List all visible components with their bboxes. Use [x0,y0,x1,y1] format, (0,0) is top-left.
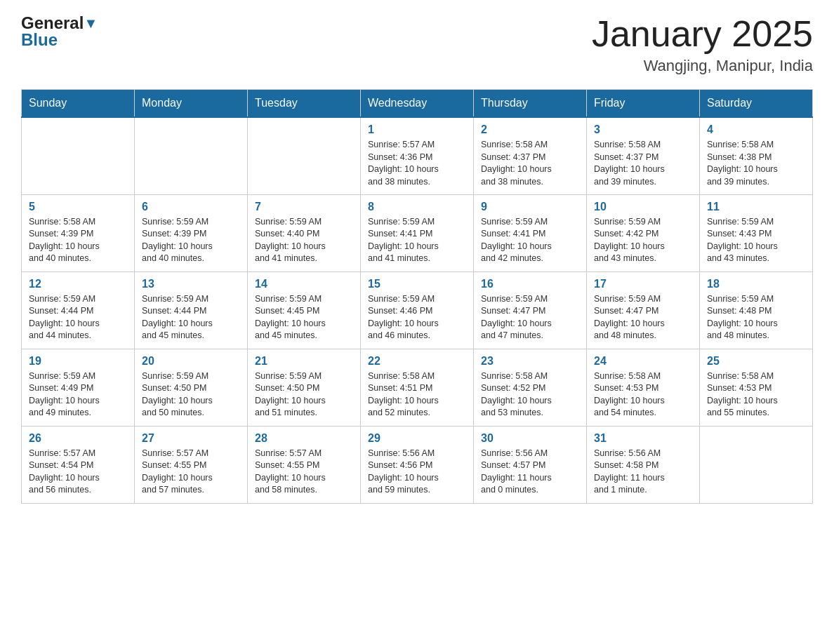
day-number: 13 [142,278,240,290]
calendar-cell: 1Sunrise: 5:57 AM Sunset: 4:36 PM Daylig… [361,117,474,194]
day-number: 14 [255,278,353,290]
day-number: 4 [707,123,805,136]
header-row: SundayMondayTuesdayWednesdayThursdayFrid… [22,90,813,118]
header-day: Tuesday [248,90,361,118]
calendar-cell: 4Sunrise: 5:58 AM Sunset: 4:38 PM Daylig… [700,117,813,194]
day-info: Sunrise: 5:59 AM Sunset: 4:43 PM Dayligh… [707,216,805,265]
calendar-week-row: 12Sunrise: 5:59 AM Sunset: 4:44 PM Dayli… [22,271,813,349]
day-info: Sunrise: 5:58 AM Sunset: 4:53 PM Dayligh… [594,370,692,420]
calendar-cell: 16Sunrise: 5:59 AM Sunset: 4:47 PM Dayli… [474,271,587,349]
header-day: Monday [135,90,248,118]
day-info: Sunrise: 5:58 AM Sunset: 4:51 PM Dayligh… [368,370,466,420]
calendar-week-row: 19Sunrise: 5:59 AM Sunset: 4:49 PM Dayli… [22,349,813,426]
calendar-cell: 18Sunrise: 5:59 AM Sunset: 4:48 PM Dayli… [700,271,813,349]
calendar-body: 1Sunrise: 5:57 AM Sunset: 4:36 PM Daylig… [22,117,813,503]
calendar-cell: 21Sunrise: 5:59 AM Sunset: 4:50 PM Dayli… [248,349,361,426]
calendar-cell: 30Sunrise: 5:56 AM Sunset: 4:57 PM Dayli… [474,426,587,503]
day-number: 17 [594,278,692,290]
day-info: Sunrise: 5:59 AM Sunset: 4:49 PM Dayligh… [29,370,127,420]
calendar-cell [22,117,135,194]
page-header: General▼ Blue January 2025 Wangjing, Man… [21,14,813,75]
day-number: 25 [707,355,805,368]
header-day: Saturday [700,90,813,118]
day-number: 20 [142,355,240,368]
day-info: Sunrise: 5:57 AM Sunset: 4:55 PM Dayligh… [255,448,353,497]
day-number: 6 [142,201,240,213]
day-info: Sunrise: 5:57 AM Sunset: 4:54 PM Dayligh… [29,448,127,497]
logo: General▼ Blue [21,14,98,50]
day-number: 16 [481,278,579,290]
header-day: Wednesday [361,90,474,118]
day-info: Sunrise: 5:58 AM Sunset: 4:37 PM Dayligh… [594,139,692,188]
logo-blue: Blue [21,31,98,49]
day-info: Sunrise: 5:59 AM Sunset: 4:42 PM Dayligh… [594,216,692,265]
calendar-cell: 19Sunrise: 5:59 AM Sunset: 4:49 PM Dayli… [22,349,135,426]
day-info: Sunrise: 5:59 AM Sunset: 4:50 PM Dayligh… [142,370,240,420]
day-number: 19 [29,355,127,368]
day-info: Sunrise: 5:59 AM Sunset: 4:48 PM Dayligh… [707,293,805,342]
day-number: 1 [368,123,466,136]
day-number: 8 [368,201,466,213]
day-number: 27 [142,432,240,445]
calendar-title: January 2025 [592,14,813,54]
calendar-cell: 24Sunrise: 5:58 AM Sunset: 4:53 PM Dayli… [587,349,700,426]
day-info: Sunrise: 5:57 AM Sunset: 4:36 PM Dayligh… [368,139,466,188]
calendar-cell: 12Sunrise: 5:59 AM Sunset: 4:44 PM Dayli… [22,271,135,349]
day-info: Sunrise: 5:59 AM Sunset: 4:47 PM Dayligh… [481,293,579,342]
day-info: Sunrise: 5:59 AM Sunset: 4:40 PM Dayligh… [255,216,353,265]
day-info: Sunrise: 5:59 AM Sunset: 4:50 PM Dayligh… [255,370,353,420]
day-number: 22 [368,355,466,368]
day-info: Sunrise: 5:59 AM Sunset: 4:46 PM Dayligh… [368,293,466,342]
day-number: 21 [255,355,353,368]
calendar-cell: 28Sunrise: 5:57 AM Sunset: 4:55 PM Dayli… [248,426,361,503]
day-number: 10 [594,201,692,213]
calendar-cell: 10Sunrise: 5:59 AM Sunset: 4:42 PM Dayli… [587,194,700,271]
day-number: 31 [594,432,692,445]
day-number: 26 [29,432,127,445]
day-number: 15 [368,278,466,290]
calendar-cell: 2Sunrise: 5:58 AM Sunset: 4:37 PM Daylig… [474,117,587,194]
day-number: 12 [29,278,127,290]
calendar-cell [248,117,361,194]
day-info: Sunrise: 5:59 AM Sunset: 4:41 PM Dayligh… [481,216,579,265]
calendar-cell: 15Sunrise: 5:59 AM Sunset: 4:46 PM Dayli… [361,271,474,349]
calendar-cell: 17Sunrise: 5:59 AM Sunset: 4:47 PM Dayli… [587,271,700,349]
calendar-cell: 5Sunrise: 5:58 AM Sunset: 4:39 PM Daylig… [22,194,135,271]
calendar-cell: 14Sunrise: 5:59 AM Sunset: 4:45 PM Dayli… [248,271,361,349]
calendar-week-row: 5Sunrise: 5:58 AM Sunset: 4:39 PM Daylig… [22,194,813,271]
calendar-cell: 20Sunrise: 5:59 AM Sunset: 4:50 PM Dayli… [135,349,248,426]
calendar-cell [135,117,248,194]
day-number: 7 [255,201,353,213]
day-info: Sunrise: 5:59 AM Sunset: 4:47 PM Dayligh… [594,293,692,342]
day-info: Sunrise: 5:59 AM Sunset: 4:44 PM Dayligh… [29,293,127,342]
day-info: Sunrise: 5:57 AM Sunset: 4:55 PM Dayligh… [142,448,240,497]
calendar-cell: 31Sunrise: 5:56 AM Sunset: 4:58 PM Dayli… [587,426,700,503]
calendar-cell: 22Sunrise: 5:58 AM Sunset: 4:51 PM Dayli… [361,349,474,426]
calendar-cell [700,426,813,503]
header-day: Sunday [22,90,135,118]
logo-arrow-icon: ▼ [84,15,98,31]
calendar-cell: 9Sunrise: 5:59 AM Sunset: 4:41 PM Daylig… [474,194,587,271]
day-number: 11 [707,201,805,213]
day-info: Sunrise: 5:59 AM Sunset: 4:39 PM Dayligh… [142,216,240,265]
day-number: 2 [481,123,579,136]
day-number: 24 [594,355,692,368]
day-info: Sunrise: 5:59 AM Sunset: 4:45 PM Dayligh… [255,293,353,342]
day-info: Sunrise: 5:56 AM Sunset: 4:58 PM Dayligh… [594,448,692,497]
calendar-subtitle: Wangjing, Manipur, India [592,57,813,75]
day-number: 9 [481,201,579,213]
calendar-cell: 25Sunrise: 5:58 AM Sunset: 4:53 PM Dayli… [700,349,813,426]
day-info: Sunrise: 5:58 AM Sunset: 4:52 PM Dayligh… [481,370,579,420]
day-number: 3 [594,123,692,136]
day-info: Sunrise: 5:59 AM Sunset: 4:41 PM Dayligh… [368,216,466,265]
calendar-cell: 13Sunrise: 5:59 AM Sunset: 4:44 PM Dayli… [135,271,248,349]
calendar-cell: 11Sunrise: 5:59 AM Sunset: 4:43 PM Dayli… [700,194,813,271]
day-info: Sunrise: 5:56 AM Sunset: 4:57 PM Dayligh… [481,448,579,497]
day-number: 23 [481,355,579,368]
day-info: Sunrise: 5:58 AM Sunset: 4:53 PM Dayligh… [707,370,805,420]
day-number: 30 [481,432,579,445]
day-info: Sunrise: 5:56 AM Sunset: 4:56 PM Dayligh… [368,448,466,497]
day-info: Sunrise: 5:58 AM Sunset: 4:39 PM Dayligh… [29,216,127,265]
day-number: 28 [255,432,353,445]
day-info: Sunrise: 5:58 AM Sunset: 4:38 PM Dayligh… [707,139,805,188]
